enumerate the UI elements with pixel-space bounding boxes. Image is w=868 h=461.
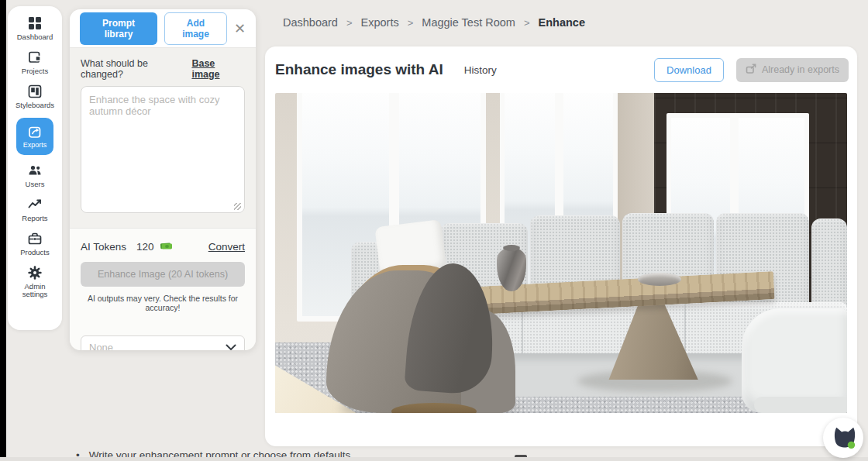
ai-tokens-label: AI Tokens [81, 241, 126, 253]
token-cash-icon [160, 240, 173, 253]
convert-link[interactable]: Convert [208, 241, 245, 253]
tokens-section: AI Tokens 120 Convert Enhance Image (20 … [70, 228, 256, 350]
sidebar-item-label: Reports [22, 215, 47, 223]
styleboards-icon [27, 84, 43, 99]
add-image-button[interactable]: Add image [164, 12, 227, 45]
dashboard-icon [27, 15, 43, 31]
enhance-main-card: Enhance images with AI History Download … [265, 46, 857, 446]
sidebar-item-label: Admin settings [11, 283, 59, 300]
users-icon [27, 163, 43, 178]
screen-left-edge [0, 0, 6, 461]
sidebar-item-reports[interactable]: Reports [11, 197, 59, 223]
page-title: Enhance images with AI [275, 61, 443, 78]
sidebar-item-admin-settings[interactable]: Admin settings [11, 265, 59, 300]
breadcrumb-maggie-test-room[interactable]: Maggie Test Room [422, 16, 515, 29]
enhance-image-button[interactable]: Enhance Image (20 AI tokens) [81, 262, 245, 287]
sidebar-item-styleboards[interactable]: Styleboards [11, 84, 59, 110]
already-in-exports-button[interactable]: Already in exports [736, 58, 849, 82]
sidebar-item-products[interactable]: Products [11, 231, 59, 257]
sidebar-item-label: Exports [23, 141, 47, 149]
close-icon[interactable]: ✕ [234, 22, 246, 36]
breadcrumb-separator: > [524, 17, 530, 29]
main-header: Enhance images with AI History Download … [265, 46, 857, 93]
sidebar-item-label: Users [26, 181, 45, 189]
products-icon [27, 231, 43, 246]
chevron-down-icon [226, 340, 236, 350]
sidebar-item-label: Products [20, 249, 50, 257]
breadcrumb: Dashboard > Exports > Maggie Test Room >… [283, 16, 585, 29]
sidebar-item-label: Projects [22, 67, 48, 76]
breadcrumb-exports[interactable]: Exports [361, 16, 399, 29]
prompt-textarea-wrap [81, 86, 245, 216]
sidebar-item-label: Dashboard [17, 33, 53, 42]
prompt-preset-dropdown[interactable]: None [81, 335, 245, 350]
projects-icon [27, 50, 43, 65]
export-box-icon [746, 64, 757, 77]
already-in-exports-label: Already in exports [762, 64, 839, 75]
exports-icon [27, 124, 43, 139]
room-render-image [275, 93, 847, 413]
dropdown-selected-value: None [89, 342, 113, 351]
prompt-input[interactable] [81, 86, 245, 213]
cat-mascot-icon [828, 421, 859, 455]
ai-disclaimer-text: AI outputs may very. Check the results f… [81, 294, 245, 312]
breadcrumb-separator: > [408, 17, 414, 29]
prompt-question-label: What should be changed? [81, 58, 191, 80]
breadcrumb-enhance: Enhance [539, 16, 585, 29]
bottom-edge-strip [0, 457, 868, 461]
gear-icon [27, 265, 43, 280]
reports-icon [27, 197, 43, 212]
sidebar-item-dashboard[interactable]: Dashboard [11, 15, 59, 42]
sidebar-item-users[interactable]: Users [11, 163, 59, 189]
breadcrumb-dashboard[interactable]: Dashboard [283, 16, 338, 29]
sofa-chaise-base [754, 397, 847, 413]
sidebar-item-label: Styleboards [16, 101, 54, 110]
prompt-section: What should be changed? Base image [70, 48, 256, 228]
ai-tokens-value: 120 [136, 241, 154, 253]
prompt-panel-header: Prompt library Add image ✕ [70, 9, 256, 48]
decor-bowl [638, 273, 681, 286]
breadcrumb-separator: > [346, 17, 353, 29]
sidebar-item-projects[interactable]: Projects [11, 50, 59, 76]
sidebar-item-exports[interactable]: Exports [16, 118, 53, 155]
prompt-library-button[interactable]: Prompt library [80, 12, 157, 45]
base-image-link[interactable]: Base image [191, 58, 245, 80]
history-link[interactable]: History [464, 64, 497, 76]
enhance-prompt-panel: Prompt library Add image ✕ What should b… [70, 9, 256, 350]
download-button[interactable]: Download [654, 58, 724, 82]
sidebar-nav: Dashboard Projects Styleboards Exports U… [8, 6, 62, 330]
help-widget-button[interactable] [823, 418, 863, 458]
